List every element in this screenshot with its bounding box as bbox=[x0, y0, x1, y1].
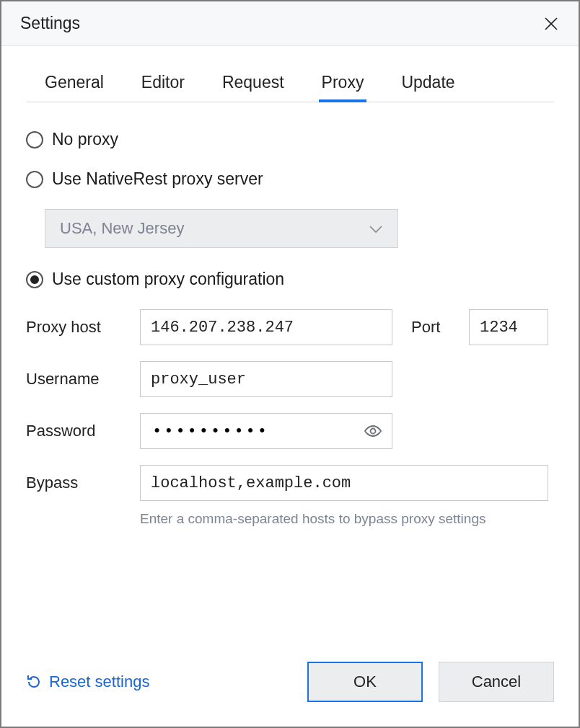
radio-label: No proxy bbox=[52, 130, 118, 149]
dialog-footer: Reset settings OK Cancel bbox=[1, 662, 579, 727]
close-button[interactable] bbox=[540, 12, 563, 35]
cancel-button[interactable]: Cancel bbox=[439, 662, 554, 702]
label-proxy-port: Port bbox=[405, 318, 456, 337]
ok-button[interactable]: OK bbox=[307, 662, 423, 702]
tab-general[interactable]: General bbox=[42, 67, 107, 102]
tab-editor[interactable]: Editor bbox=[139, 67, 188, 102]
tab-request[interactable]: Request bbox=[219, 67, 287, 102]
proxy-panel: No proxy Use NativeRest proxy server USA… bbox=[26, 102, 554, 662]
tab-bar: General Editor Request Proxy Update bbox=[26, 66, 554, 102]
reset-settings-label: Reset settings bbox=[49, 672, 149, 691]
proxy-username-input[interactable] bbox=[140, 361, 392, 397]
radio-no-proxy[interactable]: No proxy bbox=[26, 130, 554, 149]
footer-buttons: OK Cancel bbox=[307, 662, 554, 702]
ok-button-label: OK bbox=[353, 672, 377, 691]
label-username: Username bbox=[26, 370, 127, 389]
label-bypass: Bypass bbox=[26, 474, 127, 492]
radio-icon bbox=[26, 131, 43, 148]
proxy-port-input[interactable] bbox=[469, 309, 548, 345]
svg-point-2 bbox=[371, 429, 376, 434]
radio-nativerest-proxy[interactable]: Use NativeRest proxy server bbox=[26, 169, 554, 189]
eye-icon bbox=[364, 425, 382, 438]
chevron-down-icon bbox=[369, 219, 383, 238]
tab-update[interactable]: Update bbox=[398, 67, 457, 102]
radio-label: Use NativeRest proxy server bbox=[52, 169, 263, 189]
toggle-password-visibility[interactable] bbox=[361, 420, 385, 443]
proxy-bypass-input[interactable] bbox=[140, 465, 548, 501]
tab-proxy[interactable]: Proxy bbox=[319, 67, 367, 102]
cancel-button-label: Cancel bbox=[472, 672, 521, 691]
dialog-body: General Editor Request Proxy Update No p… bbox=[1, 46, 579, 662]
radio-custom-proxy[interactable]: Use custom proxy configuration bbox=[26, 270, 554, 289]
label-proxy-host: Proxy host bbox=[26, 318, 127, 337]
proxy-password-wrap bbox=[140, 413, 392, 449]
titlebar: Settings bbox=[1, 1, 579, 46]
proxy-password-input[interactable] bbox=[151, 422, 361, 441]
settings-window: Settings General Editor Request Proxy Up… bbox=[0, 0, 580, 728]
select-value: USA, New Jersey bbox=[60, 219, 184, 238]
radio-label: Use custom proxy configuration bbox=[52, 270, 284, 289]
reset-icon bbox=[26, 674, 42, 690]
reset-settings-link[interactable]: Reset settings bbox=[26, 672, 149, 691]
proxy-server-select[interactable]: USA, New Jersey bbox=[45, 209, 398, 248]
label-password: Password bbox=[26, 422, 127, 440]
close-icon bbox=[544, 17, 558, 31]
radio-icon bbox=[26, 271, 43, 288]
proxy-form: Proxy host Port Username Password bbox=[26, 309, 554, 527]
proxy-host-input[interactable] bbox=[140, 309, 392, 345]
window-title: Settings bbox=[20, 14, 80, 33]
radio-icon bbox=[26, 171, 43, 188]
bypass-hint: Enter a comma-separated hosts to bypass … bbox=[140, 511, 548, 527]
